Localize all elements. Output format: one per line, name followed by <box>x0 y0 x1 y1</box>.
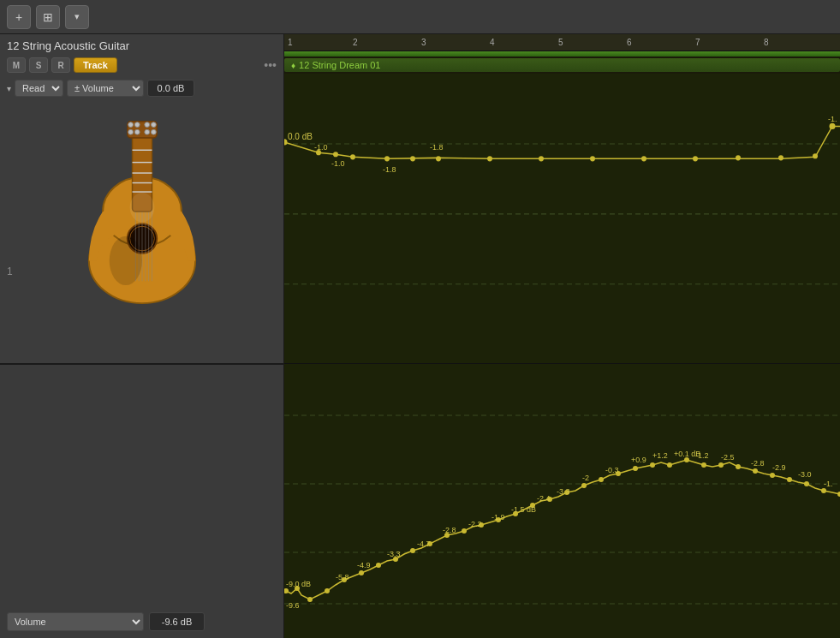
svg-point-23 <box>144 129 149 134</box>
add-track-button[interactable]: + <box>7 5 31 29</box>
svg-text:-4.9: -4.9 <box>357 561 371 569</box>
svg-point-40 <box>590 156 595 161</box>
guitar-icon <box>65 117 219 306</box>
track-region: ♦ 12 String Dream 01 <box>284 57 840 74</box>
region-arrow: ♦ <box>291 61 295 70</box>
svg-point-33 <box>333 152 338 157</box>
svg-point-22 <box>134 129 140 134</box>
svg-point-43 <box>736 155 741 160</box>
toolbar-dropdown[interactable]: ▾ <box>65 5 89 29</box>
svg-text:-1.9: -1.9 <box>491 513 505 522</box>
svg-text:-1.8: -1.8 <box>383 165 396 174</box>
left-panel: 12 String Acoustic Guitar M S R Track ••… <box>0 34 284 638</box>
svg-text:-1.8: -1.8 <box>430 143 443 152</box>
ruler-mark-6: 6 <box>627 38 632 47</box>
svg-text:-2.8: -2.8 <box>751 459 765 468</box>
svg-text:-2.9: -2.9 <box>772 463 786 472</box>
svg-text:-5.8: -5.8 <box>336 573 349 581</box>
svg-text:-3.0: -3.0 <box>798 470 812 479</box>
track-mode-button[interactable]: Track <box>74 57 117 73</box>
svg-point-25 <box>109 236 141 285</box>
svg-point-26 <box>129 193 154 222</box>
mute-button[interactable]: M <box>7 57 26 73</box>
svg-text:-2.8: -2.8 <box>443 526 456 534</box>
svg-point-84 <box>753 468 758 474</box>
svg-point-45 <box>813 153 818 158</box>
svg-point-56 <box>284 588 289 593</box>
svg-point-59 <box>325 588 330 593</box>
svg-point-34 <box>350 154 355 159</box>
bottom-controls: Volume -9.6 dB <box>0 612 283 631</box>
main-area: 12 String Acoustic Guitar M S R Track ••… <box>0 34 840 638</box>
svg-text:-4.7: -4.7 <box>417 540 431 548</box>
svg-text:-1.: -1. <box>824 480 833 488</box>
svg-point-44 <box>778 155 783 160</box>
svg-point-19 <box>144 122 149 128</box>
duplicate-button[interactable]: ⊞ <box>36 5 60 29</box>
svg-point-86 <box>787 477 792 482</box>
svg-text:-2.4: -2.4 <box>537 494 551 503</box>
svg-text:-1.5 dB: -1.5 dB <box>511 505 536 514</box>
svg-point-42 <box>693 156 698 161</box>
timeline-ruler: 1 2 3 4 5 6 7 8 <box>284 34 840 51</box>
ruler-mark-2: 2 <box>353 38 358 47</box>
bottom-left-panel: Volume -9.6 dB <box>0 364 283 638</box>
svg-text:-1.0: -1.0 <box>331 158 344 167</box>
volume-param-select[interactable]: Volume <box>7 612 144 631</box>
svg-point-39 <box>539 156 544 161</box>
bottom-db-display: -9.6 dB <box>149 612 205 631</box>
svg-point-58 <box>307 597 313 602</box>
db-value-display: 0.0 dB <box>147 80 194 97</box>
svg-point-61 <box>359 570 364 575</box>
bottom-automation-area[interactable]: -9.0 dB -9.6 -5.8 -4.9 -3.3 -4.7 -2.8 -2… <box>284 364 840 638</box>
svg-point-62 <box>376 563 381 568</box>
svg-point-37 <box>436 156 441 161</box>
svg-point-74 <box>581 483 587 488</box>
svg-point-36 <box>410 156 415 161</box>
svg-point-64 <box>410 548 415 553</box>
track-name: 12 String Acoustic Guitar <box>7 39 277 52</box>
svg-text:-1.: -1. <box>828 115 837 123</box>
svg-text:-3.3: -3.3 <box>387 550 401 558</box>
svg-point-41 <box>641 156 646 161</box>
svg-text:0.0 dB: 0.0 dB <box>288 132 313 141</box>
collapse-button[interactable]: ▾ <box>7 84 11 93</box>
rec-button[interactable]: R <box>51 57 70 73</box>
top-automation-svg: 0.0 dB -1 <box>284 74 840 363</box>
svg-point-88 <box>821 488 826 493</box>
svg-point-83 <box>736 464 741 469</box>
automation-param-select[interactable]: ± Volume <box>67 80 144 97</box>
svg-point-46 <box>830 123 836 129</box>
toolbar: + ⊞ ▾ <box>0 0 840 34</box>
ruler-marks: 1 2 3 4 5 6 7 8 <box>284 34 840 51</box>
svg-text:+0.9: +0.9 <box>631 456 646 464</box>
ruler-mark-4: 4 <box>490 38 495 47</box>
svg-point-20 <box>151 122 156 128</box>
svg-point-77 <box>633 466 638 471</box>
svg-text:-9.0 dB: -9.0 dB <box>286 580 311 588</box>
svg-point-75 <box>599 477 604 482</box>
svg-point-67 <box>462 528 467 534</box>
svg-text:-9.6: -9.6 <box>286 601 300 610</box>
solo-button[interactable]: S <box>29 57 48 73</box>
region-label: 12 String Dream 01 <box>299 60 380 70</box>
svg-point-81 <box>701 462 706 468</box>
top-automation-area[interactable]: 0.0 dB -1 <box>284 74 840 364</box>
svg-text:+1.2: +1.2 <box>652 451 668 460</box>
svg-point-18 <box>134 122 140 128</box>
automation-mode-select[interactable]: Read <box>15 80 63 97</box>
svg-point-79 <box>667 462 672 468</box>
track-options-button[interactable]: ••• <box>264 58 277 72</box>
automation-row: ▾ Read ± Volume 0.0 dB <box>0 76 283 100</box>
svg-point-78 <box>650 462 655 468</box>
svg-text:-2.2: -2.2 <box>468 520 482 528</box>
track-controls: M S R Track ••• <box>7 57 277 73</box>
svg-text:-1.0: -1.0 <box>314 143 327 152</box>
ruler-mark-5: 5 <box>558 38 563 47</box>
track-header: 12 String Acoustic Guitar M S R Track ••… <box>0 34 283 364</box>
track-number: 1 <box>7 265 13 277</box>
svg-point-85 <box>770 473 775 478</box>
svg-point-21 <box>128 129 133 134</box>
svg-point-82 <box>718 462 724 468</box>
region-bar[interactable]: ♦ 12 String Dream 01 <box>284 58 840 72</box>
